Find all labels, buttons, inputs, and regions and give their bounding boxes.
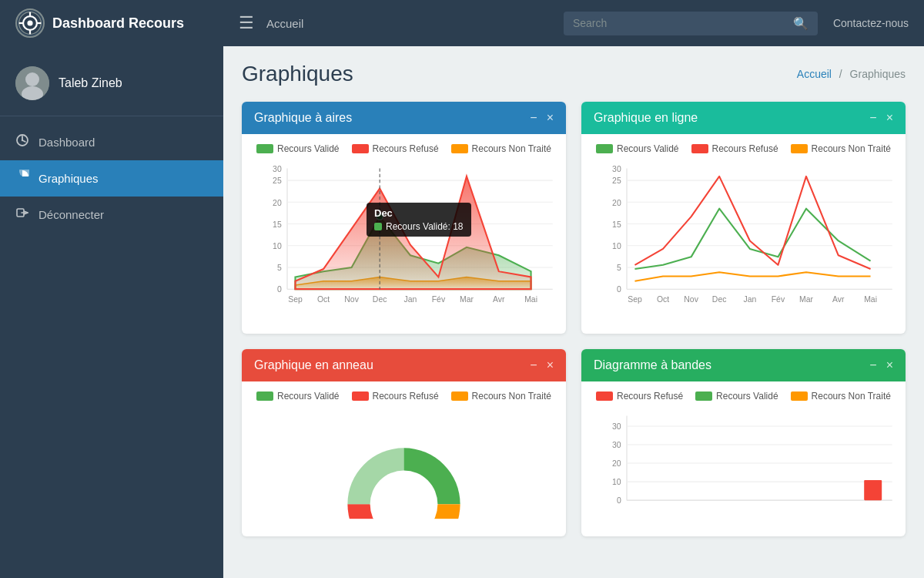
donut-legend-valide: Recours Validé <box>256 391 339 402</box>
bar-chart-body: Recours Refusé Recours Validé Recours No… <box>581 381 906 536</box>
sidebar: Taleb Zineb Dashboard <box>0 46 223 578</box>
svg-rect-63 <box>331 519 476 520</box>
charts-grid: Graphique à aires − × Recours Validé <box>242 102 906 536</box>
contact-link[interactable]: Contactez-nous <box>833 17 909 29</box>
hamburger-icon[interactable]: ☰ <box>239 13 254 33</box>
area-chart-minimize[interactable]: − <box>530 111 537 125</box>
svg-text:30: 30 <box>612 422 621 431</box>
breadcrumb: Accueil / Graphiques <box>797 68 906 80</box>
breadcrumb-separator: / <box>839 68 842 80</box>
accueil-nav-link[interactable]: Accueil <box>266 17 303 30</box>
donut-chart-svg <box>251 408 557 520</box>
sidebar-item-deconnecter[interactable]: Déconnecter <box>0 197 223 233</box>
bar-chart-title: Diagramme à bandes <box>594 358 711 372</box>
logo: Dashboard Recours <box>15 8 239 38</box>
svg-point-11 <box>22 139 23 141</box>
donut-chart-actions: − × <box>530 358 554 372</box>
svg-text:15: 15 <box>612 220 621 229</box>
svg-text:Oct: Oct <box>317 295 330 304</box>
svg-text:Fév: Fév <box>432 295 446 304</box>
donut-chart-title: Graphique en anneau <box>254 358 373 372</box>
donut-chart-body: Recours Validé Recours Refusé Recours No… <box>242 381 566 533</box>
svg-text:Avr: Avr <box>493 295 505 304</box>
line-legend-non-traite-label: Recours Non Traité <box>812 143 891 154</box>
bar-legend-refuse-label: Recours Refusé <box>617 391 683 402</box>
line-chart-title: Graphique en ligne <box>594 111 698 125</box>
bar-legend-valide-label: Recours Validé <box>716 391 778 402</box>
line-chart-svg: 0 5 10 15 20 25 30 Sep Oct Nov Dec Jan F… <box>591 160 896 321</box>
svg-text:Mai: Mai <box>864 295 877 304</box>
sidebar-item-dashboard-label: Dashboard <box>38 136 95 149</box>
legend-valide-label: Recours Validé <box>277 143 339 154</box>
sidebar-username: Taleb Zineb <box>59 76 122 90</box>
bar-chart-minimize[interactable]: − <box>869 358 876 372</box>
layout: Taleb Zineb Dashboard <box>0 46 924 578</box>
svg-text:Sep: Sep <box>288 295 303 304</box>
area-chart-svg-wrap: 0 5 10 15 20 25 30 Sep Oct Nov <box>251 160 557 324</box>
legend-valide-box <box>256 144 273 153</box>
line-chart-minimize[interactable]: − <box>869 111 876 125</box>
search-icon: 🔍 <box>793 16 808 31</box>
legend-refuse: Recours Refusé <box>352 143 439 154</box>
sidebar-item-dashboard[interactable]: Dashboard <box>0 124 223 160</box>
logo-icon <box>15 8 45 38</box>
svg-text:30: 30 <box>273 165 282 173</box>
svg-text:Fév: Fév <box>772 295 785 304</box>
line-chart-close[interactable]: × <box>886 111 893 125</box>
svg-text:Jan: Jan <box>743 295 756 304</box>
line-legend-valide-box <box>596 144 613 153</box>
legend-non-traite: Recours Non Traité <box>451 143 551 154</box>
search-input[interactable] <box>573 17 793 29</box>
sidebar-item-graphiques[interactable]: Graphiques <box>0 160 223 197</box>
svg-text:0: 0 <box>277 285 282 294</box>
svg-text:30: 30 <box>612 165 621 173</box>
svg-point-2 <box>27 20 32 25</box>
area-chart-actions: − × <box>530 111 554 125</box>
donut-chart-close[interactable]: × <box>547 358 554 372</box>
line-chart-card: Graphique en ligne − × Recours Validé <box>581 102 906 334</box>
sidebar-nav: Dashboard Graphiques <box>0 116 223 240</box>
svg-text:Dec: Dec <box>712 295 727 304</box>
line-legend-refuse-label: Recours Refusé <box>712 143 778 154</box>
svg-text:Mar: Mar <box>799 295 813 304</box>
donut-legend-valide-box <box>256 391 273 401</box>
line-chart-actions: − × <box>869 111 893 125</box>
svg-point-8 <box>25 72 39 86</box>
svg-text:Nov: Nov <box>344 295 359 304</box>
svg-text:25: 25 <box>612 176 621 185</box>
svg-text:10: 10 <box>612 478 621 486</box>
svg-text:5: 5 <box>277 264 282 272</box>
svg-text:0: 0 <box>617 496 621 505</box>
area-chart-close[interactable]: × <box>547 111 554 125</box>
sidebar-user: Taleb Zineb <box>0 54 223 116</box>
main-content: Graphiques Accueil / Graphiques Graphiqu… <box>223 46 924 578</box>
legend-valide: Recours Validé <box>256 143 339 154</box>
svg-text:Sep: Sep <box>628 295 642 304</box>
bar-legend-valide: Recours Validé <box>695 391 778 402</box>
legend-refuse-box <box>352 144 369 153</box>
donut-legend-refuse-box <box>352 391 369 401</box>
avatar <box>15 66 49 100</box>
svg-text:Dec: Dec <box>373 295 387 304</box>
bar-chart-svg: 0 10 20 30 30 <box>591 408 896 524</box>
bar-legend-valide-box <box>695 391 712 401</box>
sidebar-item-deconnecter-label: Déconnecter <box>38 208 104 221</box>
donut-legend-refuse: Recours Refusé <box>352 391 439 402</box>
bar-chart-close[interactable]: × <box>886 358 893 372</box>
donut-legend-non-traite-label: Recours Non Traité <box>472 391 551 402</box>
breadcrumb-home[interactable]: Accueil <box>797 68 832 80</box>
svg-text:Jan: Jan <box>403 295 417 304</box>
svg-text:20: 20 <box>273 199 282 207</box>
page-title: Graphiques <box>242 62 353 86</box>
line-legend-non-traite: Recours Non Traité <box>791 143 891 154</box>
donut-legend-refuse-label: Recours Refusé <box>373 391 439 402</box>
bar-legend-non-traite: Recours Non Traité <box>791 391 891 402</box>
search-bar: 🔍 <box>564 12 818 35</box>
bar-chart-actions: − × <box>869 358 893 372</box>
donut-chart-minimize[interactable]: − <box>530 358 537 372</box>
svg-rect-74 <box>864 480 882 500</box>
bar-legend-refuse: Recours Refusé <box>596 391 683 402</box>
bar-legend-non-traite-box <box>791 391 808 401</box>
legend-non-traite-box <box>451 144 468 153</box>
area-chart-header: Graphique à aires − × <box>242 102 566 134</box>
